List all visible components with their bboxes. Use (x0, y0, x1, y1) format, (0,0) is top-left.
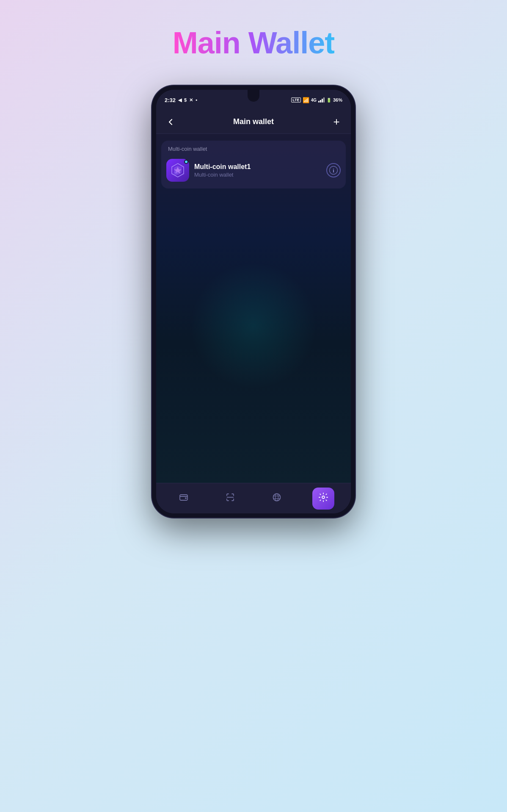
dollar-icon: $ (184, 97, 187, 103)
svg-point-14 (322, 496, 325, 499)
wallet-icon-svg (170, 162, 186, 178)
wallet-section: Multi-coin wallet (161, 141, 346, 188)
app-header: Main wallet + (156, 110, 351, 134)
wallet-icon-wrapper (166, 159, 189, 182)
nav-settings[interactable] (312, 488, 334, 510)
signal-icon (318, 97, 325, 103)
svg-point-3 (180, 166, 182, 169)
screen-content: Multi-coin wallet (156, 134, 351, 483)
wallet-info: Multi-coin wallet1 Multi-coin wallet (194, 163, 321, 178)
section-label: Multi-coin wallet (166, 146, 341, 152)
settings-nav-icon (318, 492, 328, 505)
browser-nav-icon (272, 492, 282, 505)
battery-icon: 🔋 (326, 98, 331, 103)
svg-point-11 (276, 493, 278, 501)
wallet-item[interactable]: Multi-coin wallet1 Multi-coin wallet i (166, 157, 341, 183)
svg-point-4 (174, 171, 178, 175)
nav-browser[interactable] (266, 488, 288, 510)
location-icon: ◀ (178, 97, 182, 103)
svg-text:i: i (333, 167, 334, 174)
nav-scan[interactable] (219, 488, 241, 510)
svg-rect-8 (185, 497, 187, 499)
4g-icon: 4G (311, 98, 317, 103)
scan-nav-icon (225, 492, 235, 505)
wallet-nav-icon (179, 492, 189, 505)
status-right: LTE 📶 4G 🔋 36% (291, 97, 342, 103)
back-button[interactable] (163, 114, 178, 130)
info-button[interactable]: i (326, 163, 341, 177)
wifi-icon: 📶 (303, 97, 309, 103)
lte-icon: LTE (291, 97, 300, 103)
phone-notch (248, 90, 259, 102)
add-button[interactable]: + (329, 114, 344, 130)
status-time: 2:32 ◀ $ ✕ • (165, 97, 197, 103)
page-title: Main Wallet (173, 25, 334, 60)
svg-point-10 (273, 493, 281, 501)
wallet-name: Multi-coin wallet1 (194, 163, 321, 171)
battery-percent: 36% (333, 97, 342, 103)
svg-rect-7 (180, 495, 187, 500)
dot-icon: • (196, 97, 197, 103)
phone-mockup: 2:32 ◀ $ ✕ • LTE 📶 4G 🔋 36% (152, 86, 355, 518)
wallet-type: Multi-coin wallet (194, 172, 321, 178)
x-icon: ✕ (189, 97, 193, 103)
active-dot (184, 160, 188, 164)
nav-wallet[interactable] (173, 488, 195, 510)
header-title: Main wallet (233, 117, 274, 126)
bottom-nav (156, 483, 351, 513)
